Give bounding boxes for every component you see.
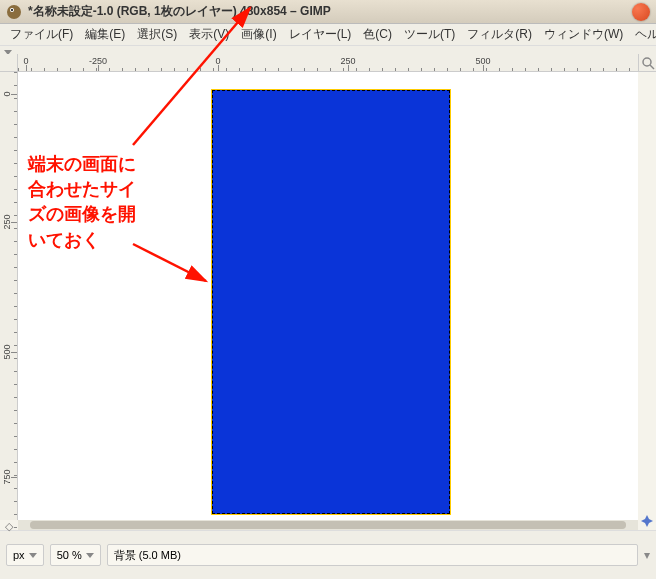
svg-point-3 [643, 58, 651, 66]
zoom-select[interactable]: 50 % [50, 544, 101, 566]
menu-image[interactable]: 画像(I) [235, 24, 282, 45]
quickmask-toggle[interactable]: ◇ [0, 520, 18, 532]
unit-select[interactable]: px [6, 544, 44, 566]
menu-windows[interactable]: ウィンドウ(W) [538, 24, 629, 45]
navigation-icon[interactable] [638, 512, 656, 530]
menu-layer[interactable]: レイヤー(L) [283, 24, 358, 45]
scrollbar-horizontal[interactable] [18, 520, 638, 530]
canvas-viewport[interactable] [18, 72, 638, 520]
menu-help[interactable]: ヘル [629, 24, 656, 45]
layer-info: 背景 (5.0 MB) [114, 548, 181, 563]
ruler-horizontal[interactable]: 0-2500250500 [18, 54, 638, 72]
zoom-label: 50 % [57, 549, 82, 561]
image-canvas[interactable] [212, 90, 450, 514]
menu-filters[interactable]: フィルタ(R) [461, 24, 538, 45]
menu-colors[interactable]: 色(C) [357, 24, 398, 45]
window-title: *名称未設定-1.0 (RGB, 1枚のレイヤー) 480x854 – GIMP [28, 3, 632, 20]
status-info: 背景 (5.0 MB) [107, 544, 638, 566]
menu-tools[interactable]: ツール(T) [398, 24, 461, 45]
cancel-icon[interactable]: ▾ [644, 548, 650, 562]
svg-line-4 [650, 65, 654, 69]
app-icon [6, 4, 22, 20]
unit-label: px [13, 549, 25, 561]
menu-file[interactable]: ファイル(F) [4, 24, 79, 45]
menu-select[interactable]: 選択(S) [131, 24, 183, 45]
menubar: ファイル(F) 編集(E) 選択(S) 表示(V) 画像(I) レイヤー(L) … [0, 24, 656, 46]
ruler-origin[interactable] [0, 54, 18, 72]
scroll-thumb-h[interactable] [30, 521, 626, 529]
ruler-vertical[interactable]: 0250500750 [0, 72, 18, 520]
close-button[interactable] [632, 3, 650, 21]
svg-point-2 [11, 9, 13, 11]
titlebar: *名称未設定-1.0 (RGB, 1枚のレイヤー) 480x854 – GIMP [0, 0, 656, 24]
statusbar: px 50 % 背景 (5.0 MB) ▾ [0, 530, 656, 579]
zoom-fit-icon[interactable] [638, 54, 656, 72]
workspace: 0-2500250500 0250500750 ◇ 端末の画面に 合わせたサイ … [0, 54, 656, 530]
menu-edit[interactable]: 編集(E) [79, 24, 131, 45]
menu-view[interactable]: 表示(V) [183, 24, 235, 45]
toolbar-handle [0, 46, 656, 54]
svg-point-0 [7, 5, 21, 19]
